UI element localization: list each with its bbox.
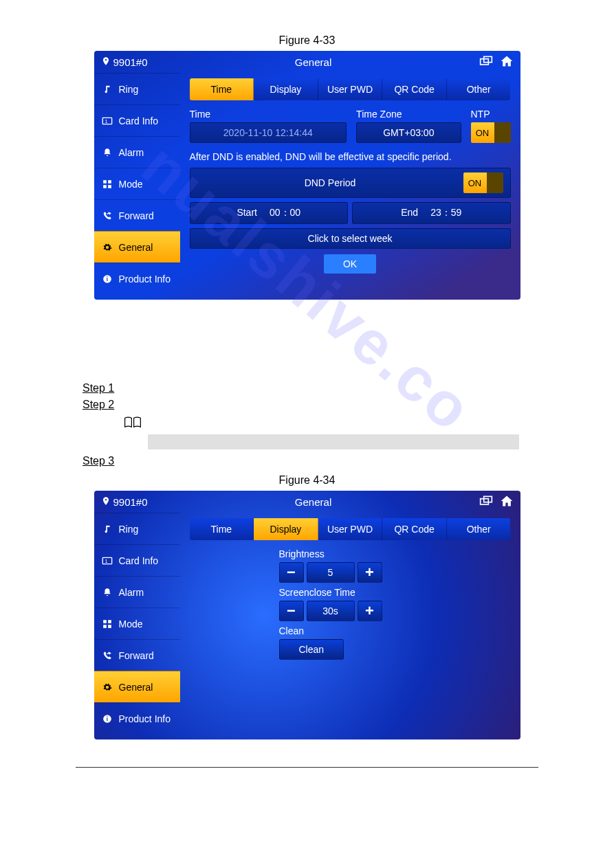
sidebar-label: Product Info (119, 713, 171, 724)
sidebar-label: General (119, 682, 153, 693)
step-1: Step 1 (83, 382, 614, 394)
location-text: 9901#0 (113, 496, 148, 508)
sidebar-item-cardinfo[interactable]: 1 Card Info (94, 544, 180, 576)
home-icon[interactable] (500, 494, 514, 510)
tab-qrcode[interactable]: QR Code (382, 78, 447, 100)
home-icon[interactable] (500, 54, 514, 70)
dnd-note: After DND is enabled, DND will be effect… (190, 151, 511, 162)
sidebar-item-mode[interactable]: Mode (94, 608, 180, 639)
screens-icon[interactable] (479, 496, 493, 509)
tab-other[interactable]: Other (447, 518, 511, 540)
sidebar-label: Mode (119, 179, 143, 190)
sidebar-item-productinfo[interactable]: i Product Info (94, 702, 180, 734)
tab-time[interactable]: Time (190, 78, 254, 100)
grey-placeholder-bar (148, 434, 519, 449)
sidebar-item-general[interactable]: General (94, 671, 180, 702)
tab-qrcode[interactable]: QR Code (382, 518, 447, 540)
start-value: 00：00 (270, 207, 300, 219)
time-value[interactable]: 2020-11-10 12:14:44 (190, 122, 347, 143)
music-note-icon (101, 83, 113, 96)
sidebar-item-ring[interactable]: Ring (94, 73, 180, 104)
tab-userpwd[interactable]: User PWD (318, 78, 383, 100)
screenclose-minus-button[interactable]: − (279, 601, 304, 621)
brightness-value: 5 (307, 562, 355, 583)
grid-icon (101, 178, 113, 190)
screenclose-value: 30s (307, 601, 355, 621)
ntp-label: NTP (471, 109, 511, 120)
sidebar-item-productinfo[interactable]: i Product Info (94, 263, 180, 294)
toggle-on-label: ON (471, 122, 494, 143)
svg-text:1: 1 (105, 118, 107, 123)
dnd-start-field[interactable]: Start 00：00 (190, 202, 349, 224)
sidebar-item-mode[interactable]: Mode (94, 168, 180, 199)
location-pin-icon (101, 56, 111, 68)
bell-icon (101, 146, 113, 159)
step-2: Step 2 (83, 399, 614, 411)
svg-text:1: 1 (105, 558, 107, 563)
tab-other[interactable]: Other (447, 78, 511, 100)
ntp-toggle[interactable]: ON (471, 122, 511, 143)
start-label: Start (237, 207, 257, 219)
sidebar-item-cardinfo[interactable]: 1 Card Info (94, 104, 180, 136)
svg-rect-14 (103, 620, 107, 623)
footer-rule (76, 767, 538, 768)
step-3: Step 3 (83, 455, 614, 467)
sidebar-item-forward[interactable]: Forward (94, 199, 180, 231)
sidebar-label: Product Info (119, 274, 171, 285)
dnd-end-field[interactable]: End 23：59 (352, 202, 511, 224)
sidebar-label: Card Info (119, 115, 159, 126)
tab-display[interactable]: Display (254, 78, 318, 100)
sidebar-label: Ring (119, 84, 139, 95)
card-icon: 1 (101, 555, 113, 567)
clean-label: Clean (279, 625, 511, 636)
toggle-off-slot (487, 173, 503, 193)
brightness-plus-button[interactable]: + (358, 562, 382, 583)
svg-text:i: i (106, 276, 107, 282)
card-icon: 1 (101, 115, 113, 127)
forward-call-icon (101, 210, 113, 222)
svg-rect-17 (108, 625, 111, 628)
dnd-period-label: DND Period (197, 177, 463, 188)
sidebar-label: Ring (119, 524, 139, 535)
tab-userpwd[interactable]: User PWD (318, 518, 383, 540)
svg-rect-6 (103, 185, 107, 188)
gear-icon (101, 681, 113, 693)
screenclose-plus-button[interactable]: + (358, 601, 382, 621)
clean-button[interactable]: Clean (279, 639, 344, 660)
brightness-stepper: − 5 + (279, 562, 511, 583)
tab-display[interactable]: Display (254, 518, 318, 540)
screenclose-label: Screenclose Time (279, 587, 511, 598)
brightness-label: Brightness (279, 548, 511, 559)
end-value: 23：59 (430, 207, 461, 219)
grid-icon (101, 618, 113, 630)
location-indicator: 9901#0 (101, 56, 148, 68)
dnd-toggle[interactable]: ON (463, 173, 503, 193)
timezone-value[interactable]: GMT+03:00 (356, 122, 461, 143)
sidebar: Ring 1 Card Info Alarm Mode Forward Gene… (94, 73, 180, 300)
location-indicator: 9901#0 (101, 496, 148, 508)
sidebar-label: Alarm (119, 587, 144, 598)
toggle-on-label: ON (463, 173, 487, 193)
ok-button[interactable]: OK (324, 254, 376, 274)
screens-icon[interactable] (479, 56, 493, 69)
bell-icon (101, 586, 113, 599)
device-screen-2: 9901#0 General Ring 1 Card Info Alarm (94, 491, 520, 739)
select-week-button[interactable]: Click to select week (190, 228, 511, 249)
sidebar-label: Alarm (119, 147, 144, 158)
brightness-minus-button[interactable]: − (279, 562, 304, 583)
dnd-period-row: DND Period ON (190, 168, 511, 198)
tab-bar: Time Display User PWD QR Code Other (190, 518, 511, 540)
end-label: End (401, 207, 418, 219)
svg-rect-15 (108, 620, 111, 623)
svg-rect-5 (108, 180, 111, 183)
sidebar-item-general[interactable]: General (94, 231, 180, 263)
tab-time[interactable]: Time (190, 518, 254, 540)
forward-call-icon (101, 649, 113, 662)
info-icon: i (101, 273, 113, 285)
sidebar-item-forward[interactable]: Forward (94, 639, 180, 671)
sidebar-item-alarm[interactable]: Alarm (94, 576, 180, 608)
sidebar-item-ring[interactable]: Ring (94, 513, 180, 544)
sidebar-item-alarm[interactable]: Alarm (94, 136, 180, 168)
time-label: Time (190, 109, 347, 120)
sidebar-label: Card Info (119, 555, 159, 566)
